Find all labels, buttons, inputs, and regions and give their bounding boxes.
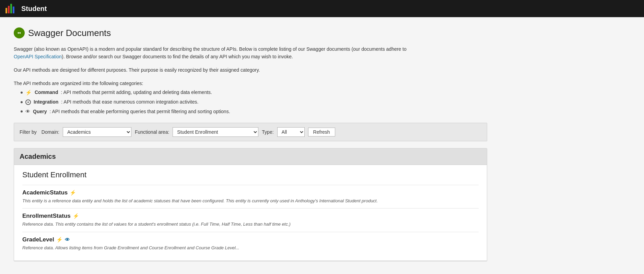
domain-header: Academics — [14, 148, 487, 165]
filter-by-label: Filter by — [20, 129, 37, 135]
desc2: Our API methods are designed for differe… — [14, 67, 260, 73]
category-integration: Integration : API methods that ease nume… — [21, 98, 425, 106]
logo-bars — [5, 4, 14, 13]
grade-level-query-icon: 👁 — [65, 237, 70, 242]
enrollment-status-command-icon: ⚡ — [73, 213, 79, 219]
bar2 — [8, 6, 10, 13]
categories-ul: ⚡ Command : API methods that permit addi… — [14, 88, 425, 116]
academic-status-command-icon: ⚡ — [70, 190, 76, 196]
api-method-title-enrollment-status[interactable]: EnrollmentStatus ⚡ — [22, 213, 479, 219]
description-block-1: Swagger (also known as OpenAPI) is a mod… — [14, 45, 425, 61]
functional-area-select[interactable]: Student Enrollment Academic Records Cour… — [173, 127, 258, 137]
domain-label: Domain: — [42, 129, 59, 135]
bar4 — [13, 7, 14, 13]
filter-bar: Filter by Domain: Academics Admissions F… — [14, 123, 487, 141]
integration-label: Integration — [34, 98, 58, 106]
type-select[interactable]: All Command Integration Query — [277, 127, 305, 137]
category-query: 👁 Query : API methods that enable perfor… — [21, 107, 425, 116]
bullet-dot-2 — [21, 101, 23, 103]
bar1 — [5, 8, 7, 13]
bullet-dot-3 — [21, 110, 23, 112]
functional-area-title: Student Enrollment — [22, 170, 479, 179]
desc1-post: ). Browse and/or search our Swagger docu… — [62, 54, 293, 59]
command-desc: : API methods that permit adding, updati… — [61, 88, 212, 97]
query-desc: : API methods that enable performing que… — [49, 107, 230, 116]
desc1-pre: Swagger (also known as OpenAPI) is a mod… — [14, 46, 407, 52]
enrollment-status-name: EnrollmentStatus — [22, 213, 71, 219]
integration-desc: : API methods that ease numerous common … — [61, 98, 198, 106]
category-command: ⚡ Command : API methods that permit addi… — [21, 88, 425, 97]
command-icon: ⚡ — [25, 88, 32, 97]
categories-intro: The API methods are organized into the f… — [14, 79, 425, 88]
header-logo — [5, 4, 17, 13]
area-label: Functional area: — [135, 129, 169, 135]
domain-select[interactable]: Academics Admissions Finance HR Student — [63, 127, 131, 137]
grade-level-command-icon: ⚡ — [56, 237, 63, 243]
academic-status-desc: This entity is a reference data entity a… — [22, 198, 479, 204]
query-label: Query — [33, 107, 47, 116]
results-container: Academics Student Enrollment AcademicSta… — [14, 148, 487, 262]
page-title-row: Swagger Documents — [14, 27, 630, 38]
bar3 — [10, 4, 12, 13]
bullet-dot — [21, 92, 23, 94]
page-title: Swagger Documents — [28, 28, 111, 38]
functional-area: Student Enrollment AcademicStatus ⚡ This… — [14, 165, 487, 261]
api-method-title-academic-status[interactable]: AcademicStatus ⚡ — [22, 189, 479, 196]
api-method-enrollment-status: EnrollmentStatus ⚡ Reference data. This … — [22, 208, 479, 232]
swagger-icon — [14, 27, 25, 38]
description-block-2: Our API methods are designed for differe… — [14, 66, 425, 74]
grade-level-desc: Reference data. Allows listing items fro… — [22, 245, 479, 251]
query-icon: 👁 — [25, 107, 30, 116]
api-method-academic-status: AcademicStatus ⚡ This entity is a refere… — [22, 185, 479, 209]
api-method-title-grade-level[interactable]: GradeLevel ⚡ 👁 — [22, 236, 479, 243]
header-title: Student — [21, 5, 47, 13]
refresh-button[interactable]: Refresh — [308, 128, 335, 136]
integration-icon — [25, 99, 31, 105]
header: Student — [0, 0, 644, 17]
type-label: Type: — [262, 129, 273, 135]
command-label: Command — [35, 88, 58, 97]
academic-status-name: AcademicStatus — [22, 189, 68, 196]
enrollment-status-desc: Reference data. This entity contains the… — [22, 221, 479, 228]
category-list: The API methods are organized into the f… — [14, 79, 425, 116]
grade-level-name: GradeLevel — [22, 236, 54, 243]
main-content: Swagger Documents Swagger (also known as… — [0, 17, 644, 274]
domain-section: Academics Student Enrollment AcademicSta… — [14, 148, 487, 261]
openapi-link[interactable]: OpenAPI Specification — [14, 54, 62, 59]
api-method-grade-level: GradeLevel ⚡ 👁 Reference data. Allows li… — [22, 232, 479, 255]
